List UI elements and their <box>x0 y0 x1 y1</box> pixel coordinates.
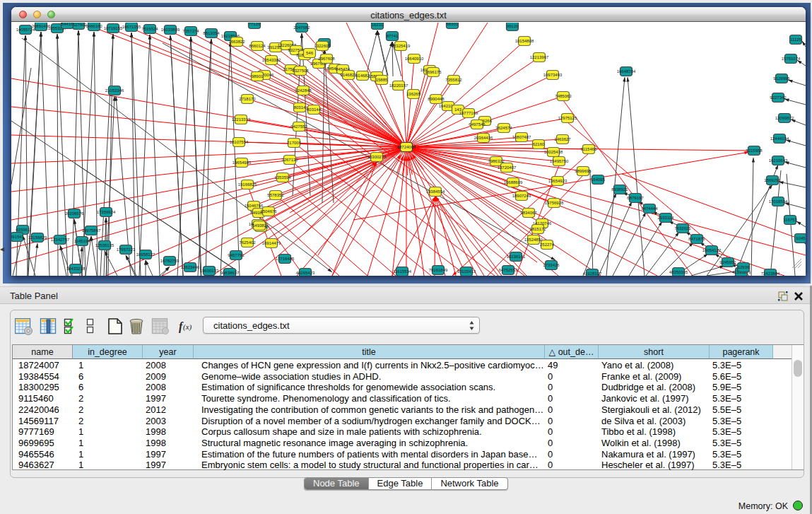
svg-text:9245652: 9245652 <box>719 260 736 264</box>
svg-text:16210643: 16210643 <box>769 158 788 163</box>
svg-text:8938921: 8938921 <box>611 187 628 192</box>
svg-text:16782759: 16782759 <box>160 259 180 263</box>
svg-text:93103413: 93103413 <box>457 269 476 274</box>
svg-text:10025438: 10025438 <box>544 150 563 154</box>
svg-text:9227342: 9227342 <box>770 95 787 100</box>
svg-text:41928327: 41928327 <box>583 271 602 276</box>
svg-text:10543382: 10543382 <box>262 58 281 62</box>
svg-text:17957223: 17957223 <box>117 247 136 252</box>
svg-text:2718170: 2718170 <box>239 97 256 101</box>
svg-text:15046766: 15046766 <box>245 204 264 208</box>
svg-text:12936: 12936 <box>738 265 750 269</box>
svg-text:13716485: 13716485 <box>276 257 295 261</box>
svg-text:1696175: 1696175 <box>425 70 442 74</box>
svg-text:8990448: 8990448 <box>428 97 445 101</box>
svg-text:10054122: 10054122 <box>702 248 722 252</box>
svg-text:9457791: 9457791 <box>228 253 245 257</box>
svg-text:10958127: 10958127 <box>136 252 155 257</box>
svg-text:9129996: 9129996 <box>773 76 790 81</box>
svg-text:10433218: 10433218 <box>66 267 86 271</box>
svg-text:217006: 217006 <box>287 141 302 145</box>
svg-text:19166825: 19166825 <box>238 182 257 187</box>
svg-text:9242848: 9242848 <box>295 88 312 93</box>
svg-text:164095: 164095 <box>591 177 606 182</box>
svg-text:98901: 98901 <box>252 74 264 78</box>
svg-text:7357274: 7357274 <box>182 29 199 33</box>
svg-text:11125: 11125 <box>790 37 801 42</box>
svg-text:8813054: 8813054 <box>203 31 220 35</box>
svg-text:13654923: 13654923 <box>548 179 567 183</box>
svg-text:6497546: 6497546 <box>469 122 486 127</box>
svg-text:9327508: 9327508 <box>292 69 309 73</box>
svg-text:12342757: 12342757 <box>51 238 70 242</box>
svg-text:12093872: 12093872 <box>775 116 794 120</box>
svg-text:(x): (x) <box>183 322 192 332</box>
svg-text:13524851: 13524851 <box>524 238 543 242</box>
svg-text:8471876: 8471876 <box>688 237 705 241</box>
svg-text:19654985: 19654985 <box>233 160 252 165</box>
svg-text:19384554: 19384554 <box>426 189 445 194</box>
svg-text:10154808: 10154808 <box>515 39 534 43</box>
svg-text:435061: 435061 <box>16 228 30 232</box>
svg-text:18107554: 18107554 <box>230 140 249 144</box>
svg-text:9427552: 9427552 <box>290 124 307 129</box>
svg-text:6879197: 6879197 <box>627 196 644 200</box>
svg-text:19777169: 19777169 <box>459 111 478 115</box>
svg-text:16648784: 16648784 <box>617 69 636 74</box>
svg-text:20364436: 20364436 <box>474 136 493 140</box>
svg-text:10807487: 10807487 <box>512 135 531 139</box>
svg-text:12213967: 12213967 <box>530 55 549 59</box>
svg-text:16914479: 16914479 <box>262 241 281 245</box>
svg-text:72423884: 72423884 <box>761 271 780 276</box>
svg-text:7355812: 7355812 <box>445 78 462 82</box>
svg-text:1463627: 1463627 <box>554 137 571 141</box>
svg-text:2933114: 2933114 <box>658 216 675 220</box>
svg-text:549382: 549382 <box>252 223 267 228</box>
svg-text:136265: 136265 <box>406 92 421 96</box>
svg-text:90838637: 90838637 <box>220 271 240 275</box>
svg-text:1815172: 1815172 <box>529 227 546 231</box>
svg-text:19756928: 19756928 <box>545 201 564 205</box>
svg-text:1353594: 1353594 <box>274 175 291 180</box>
svg-text:15136141: 15136141 <box>507 255 526 259</box>
svg-text:18907249: 18907249 <box>512 194 531 198</box>
svg-text:1569291: 1569291 <box>764 178 781 182</box>
svg-text:62160: 62160 <box>533 142 545 146</box>
svg-text:54410: 54410 <box>61 23 73 26</box>
svg-text:16033809: 16033809 <box>161 28 180 32</box>
svg-text:12505135: 12505135 <box>95 243 114 247</box>
svg-text:7485063: 7485063 <box>555 94 572 98</box>
svg-text:7515524: 7515524 <box>141 27 158 31</box>
svg-text:66301: 66301 <box>447 23 459 26</box>
svg-text:64752553: 64752553 <box>499 268 518 272</box>
svg-text:48350305: 48350305 <box>669 270 688 274</box>
svg-text:1145194: 1145194 <box>74 239 91 243</box>
svg-text:1733426: 1733426 <box>543 263 560 267</box>
svg-text:12156829: 12156829 <box>28 235 47 240</box>
svg-text:13720407: 13720407 <box>498 165 517 170</box>
svg-text:9215958: 9215958 <box>746 148 763 153</box>
svg-text:803144: 803144 <box>307 107 322 112</box>
svg-text:16640910: 16640910 <box>405 57 424 61</box>
svg-text:9474444: 9474444 <box>641 206 658 211</box>
svg-text:5578352: 5578352 <box>267 193 284 197</box>
svg-text:3624574: 3624574 <box>495 126 512 130</box>
svg-text:77120: 77120 <box>249 23 261 26</box>
svg-text:3267130: 3267130 <box>281 158 298 162</box>
svg-text:10973493: 10973493 <box>543 73 563 77</box>
svg-text:12444194: 12444194 <box>770 136 789 141</box>
svg-text:17359924: 17359924 <box>97 210 116 214</box>
svg-text:1504676: 1504676 <box>260 209 277 214</box>
svg-text:12823446: 12823446 <box>181 265 200 269</box>
svg-text:15751074: 15751074 <box>782 57 801 61</box>
svg-text:116753: 116753 <box>783 218 797 222</box>
svg-text:7625402: 7625402 <box>239 240 256 245</box>
svg-text:9115460: 9115460 <box>581 147 598 151</box>
svg-text:9834067: 9834067 <box>520 211 537 215</box>
svg-text:2967608: 2967608 <box>318 57 335 61</box>
svg-text:18724007: 18724007 <box>397 145 416 149</box>
svg-text:20206576: 20206576 <box>65 211 84 216</box>
svg-text:17016504: 17016504 <box>769 199 788 204</box>
svg-text:21053346: 21053346 <box>105 88 124 93</box>
svg-text:10688609: 10688609 <box>504 180 523 185</box>
